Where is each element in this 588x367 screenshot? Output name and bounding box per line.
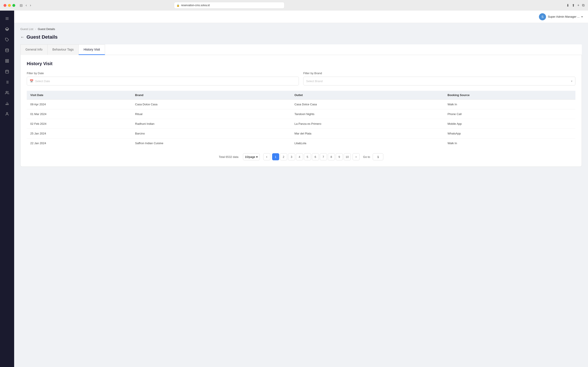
share-icon[interactable]: ⬆ <box>572 3 575 8</box>
table-row: 22 Jan 2024Saffron Indian CuisineLila&Lo… <box>27 138 575 148</box>
traffic-lights <box>4 4 15 7</box>
cell-brand: Casa Dolce Casa <box>131 100 291 109</box>
svg-rect-6 <box>6 59 7 60</box>
filters-row: Filter by Date 📅 Select Date Filter by B… <box>27 72 575 85</box>
url-bar[interactable]: 🔒 reservation-cms.solva.id <box>174 2 285 8</box>
page-header: ← Guest Details <box>20 34 582 40</box>
page-button-8[interactable]: 8 <box>328 153 335 160</box>
user-config-icon[interactable] <box>3 109 11 118</box>
cell-outlet: La Panza es Primero <box>291 119 444 129</box>
svg-rect-9 <box>6 61 7 62</box>
cell-visit-date: 02 Feb 2024 <box>27 119 131 129</box>
page-button-4[interactable]: 4 <box>296 153 303 160</box>
cell-brand: Ritual <box>131 109 291 119</box>
cell-booking-source: Walk In <box>444 138 576 148</box>
chart-icon[interactable] <box>3 99 11 108</box>
prev-page-button[interactable]: ‹ <box>263 153 270 160</box>
cell-outlet: Lila&Lola <box>291 138 444 148</box>
brand-placeholder: Select Brand <box>306 80 322 83</box>
nav-buttons: ‹ › <box>25 3 32 8</box>
cell-booking-source: WhatsApp <box>444 129 576 138</box>
cell-outlet: Mar del Plata <box>291 129 444 138</box>
grid-icon[interactable] <box>3 57 11 65</box>
user-menu[interactable]: S Super Admin Manager ... ▾ <box>539 13 583 20</box>
forward-nav-button[interactable]: › <box>29 3 32 8</box>
page-button-3[interactable]: 3 <box>288 153 295 160</box>
date-filter-label: Filter by Date <box>27 72 299 75</box>
col-outlet: Outlet <box>291 91 444 100</box>
history-table: Visit Date Brand Outlet Booking Source 0… <box>27 91 575 148</box>
tab-behaviour-tags[interactable]: Behaviour Tags <box>48 44 79 55</box>
main-area: Guest List › Guest Details ← Guest Detai… <box>14 23 588 367</box>
goto-label: Go to <box>363 155 370 158</box>
table-row: 01 Mar 2024RitualTandoori NightsPhone Ca… <box>27 109 575 119</box>
next-page-button[interactable]: › <box>353 153 360 160</box>
calendar-icon[interactable] <box>3 67 11 76</box>
cell-visit-date: 01 Mar 2024 <box>27 109 131 119</box>
sidebar-toggle-icon[interactable]: ⊟ <box>20 3 23 8</box>
date-filter-input[interactable]: 📅 Select Date <box>27 77 299 85</box>
tag-icon[interactable] <box>3 35 11 44</box>
cell-booking-source: Phone Call <box>444 109 576 119</box>
page-button-10[interactable]: 10 <box>344 153 351 160</box>
cell-brand: Barcino <box>131 129 291 138</box>
svg-rect-7 <box>8 59 9 60</box>
table-row: 09 Apr 2024Casa Dolce CasaCasa Dolce Cas… <box>27 100 575 109</box>
page-button-7[interactable]: 7 <box>320 153 327 160</box>
back-nav-button[interactable]: ‹ <box>25 3 28 8</box>
sidebar <box>0 11 14 367</box>
minimize-button[interactable] <box>8 4 11 7</box>
cell-outlet: Tandoori Nights <box>291 109 444 119</box>
chevron-down-icon: ▾ <box>571 80 572 83</box>
close-button[interactable] <box>4 4 6 7</box>
users-icon[interactable] <box>3 88 11 97</box>
table-row: 02 Feb 2024Radhuni IndianLa Panza es Pri… <box>27 119 575 129</box>
database-icon[interactable] <box>3 46 11 55</box>
page-button-5[interactable]: 5 <box>304 153 311 160</box>
date-filter-group: Filter by Date 📅 Select Date <box>27 72 299 85</box>
topnav: S Super Admin Manager ... ▾ <box>14 11 588 23</box>
tabs-bar: General Info Behaviour Tags History Visi… <box>20 44 582 55</box>
cell-outlet: Casa Dolce Casa <box>291 100 444 109</box>
breadcrumb-separator: › <box>35 27 36 31</box>
table-row: 25 Jan 2024BarcinoMar del PlataWhatsApp <box>27 129 575 138</box>
page-button-9[interactable]: 9 <box>336 153 343 160</box>
cell-visit-date: 22 Jan 2024 <box>27 138 131 148</box>
menu-icon[interactable] <box>3 14 11 23</box>
col-brand: Brand <box>131 91 291 100</box>
tab-general-info[interactable]: General Info <box>20 44 48 55</box>
calendar-small-icon: 📅 <box>30 79 33 83</box>
url-text: reservation-cms.solva.id <box>181 4 209 7</box>
section-title: History Visit <box>27 61 575 66</box>
cell-booking-source: Mobile App <box>444 119 576 129</box>
breadcrumb-parent[interactable]: Guest List <box>20 27 33 31</box>
col-booking-source: Booking Source <box>444 91 576 100</box>
avatar: S <box>539 13 546 20</box>
page-title: Guest Details <box>26 34 58 40</box>
list-icon[interactable] <box>3 78 11 87</box>
maximize-button[interactable] <box>12 4 15 7</box>
chevron-down-icon: ▾ <box>256 155 258 158</box>
col-visit-date: Visit Date <box>27 91 131 100</box>
brand-filter-select[interactable]: Select Brand ▾ <box>303 77 575 85</box>
tab-history-visit[interactable]: History Visit <box>79 44 105 55</box>
pagination: Total 6532 data 10/page ▾ ‹ 12345678910 … <box>27 153 575 160</box>
back-button[interactable]: ← <box>20 35 24 40</box>
download-icon[interactable]: ⬇ <box>566 3 569 8</box>
cell-brand: Saffron Indian Cuisine <box>131 138 291 148</box>
breadcrumb-current: Guest Details <box>38 27 55 31</box>
new-tab-icon[interactable]: + <box>577 3 579 8</box>
page-button-2[interactable]: 2 <box>280 153 287 160</box>
layers-icon[interactable] <box>3 25 11 33</box>
page-button-1[interactable]: 1 <box>272 153 279 160</box>
lock-icon: 🔒 <box>176 4 180 7</box>
date-placeholder: Select Date <box>35 80 50 83</box>
content-card: History Visit Filter by Date 📅 Select Da… <box>20 55 582 167</box>
brand-filter-group: Filter by Brand Select Brand ▾ <box>303 72 575 85</box>
svg-point-20 <box>6 91 7 92</box>
svg-rect-8 <box>8 61 9 62</box>
goto-input[interactable] <box>373 153 383 160</box>
tabs-icon[interactable]: ⧉ <box>582 3 584 8</box>
per-page-select[interactable]: 10/page ▾ <box>243 153 260 160</box>
page-button-6[interactable]: 6 <box>312 153 319 160</box>
